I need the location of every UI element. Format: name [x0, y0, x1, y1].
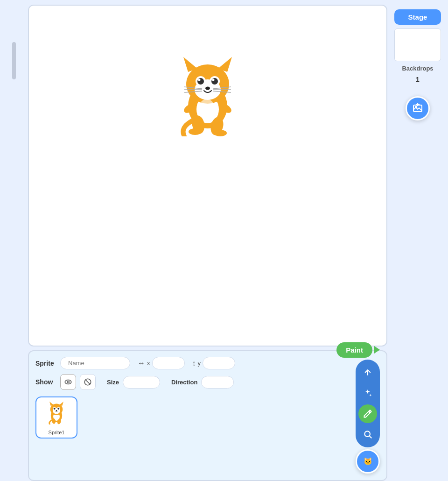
sprite-panel: Sprite ↔ x ↕ y Show [28, 350, 387, 481]
sprite-info-row: Sprite ↔ x ↕ y [35, 357, 380, 369]
search-sprite-button[interactable] [358, 425, 377, 444]
svg-point-41 [57, 407, 59, 409]
show-label: Show [35, 378, 56, 386]
stage-area: Sprite ↔ x ↕ y Show [28, 5, 387, 481]
backdrops-label: Backdrops [402, 65, 433, 72]
upload-sprite-button[interactable] [358, 363, 377, 382]
surprise-sprite-button[interactable] [358, 384, 377, 403]
svg-line-46 [370, 436, 372, 439]
sprites-list: Sprite1 [35, 396, 380, 439]
stage-canvas [28, 5, 387, 347]
y-label: y [198, 360, 201, 367]
y-input[interactable] [203, 357, 235, 369]
direction-group: Direction [171, 376, 234, 389]
add-sprite-button[interactable]: 🐱 [356, 449, 380, 474]
paint-option: Paint [336, 342, 380, 357]
backdrops-count: 1 [416, 76, 420, 83]
svg-point-9 [197, 78, 204, 85]
svg-point-51 [415, 106, 417, 108]
show-hidden-button[interactable] [80, 374, 96, 390]
svg-point-26 [214, 130, 227, 136]
x-label: x [147, 360, 150, 367]
svg-text:🐱: 🐱 [364, 457, 372, 466]
svg-point-25 [189, 128, 202, 135]
svg-point-45 [364, 431, 370, 437]
sprite-item-name: Sprite1 [49, 430, 65, 435]
sprite-name-input[interactable] [60, 357, 130, 369]
sprite-thumbnail [44, 400, 69, 428]
size-label: Size [107, 379, 119, 386]
x-axis-icon: ↔ [138, 359, 145, 368]
stage-button[interactable]: Stage [394, 9, 441, 25]
add-backdrop-button[interactable] [406, 96, 430, 120]
stage-preview[interactable] [394, 28, 441, 61]
svg-point-12 [211, 78, 218, 85]
size-group: Size [107, 376, 160, 389]
paint-bubble[interactable]: Paint [336, 342, 372, 358]
y-coord-group: ↕ y [192, 357, 236, 369]
show-visible-button[interactable] [60, 374, 76, 390]
scratch-cat [170, 52, 245, 138]
left-sidebar [5, 5, 23, 481]
vertical-add-menu [356, 360, 380, 447]
right-stage-panel: Stage Backdrops 1 [392, 5, 443, 481]
sprite-item[interactable]: Sprite1 [35, 396, 77, 439]
paint-sprite-button[interactable] [358, 404, 377, 423]
svg-point-27 [199, 99, 214, 116]
scrollbar-thumb[interactable] [12, 42, 16, 79]
svg-point-29 [67, 381, 70, 383]
svg-point-14 [205, 87, 210, 90]
x-input[interactable] [152, 357, 185, 369]
svg-point-10 [198, 79, 201, 81]
svg-point-39 [54, 407, 56, 409]
sprite-label: Sprite [35, 360, 56, 367]
paint-label: Paint [346, 346, 363, 354]
size-input[interactable] [123, 376, 160, 389]
paint-arrow [374, 346, 380, 354]
y-axis-icon: ↕ [192, 359, 196, 368]
show-size-direction-row: Show Size [35, 374, 380, 390]
add-sprite-menu: Paint [336, 342, 380, 474]
svg-point-28 [65, 380, 71, 384]
direction-input[interactable] [201, 376, 234, 389]
svg-point-13 [212, 79, 215, 81]
svg-line-31 [85, 380, 91, 385]
svg-point-42 [56, 410, 57, 411]
x-coord-group: ↔ x [138, 357, 185, 369]
direction-label: Direction [171, 379, 197, 386]
